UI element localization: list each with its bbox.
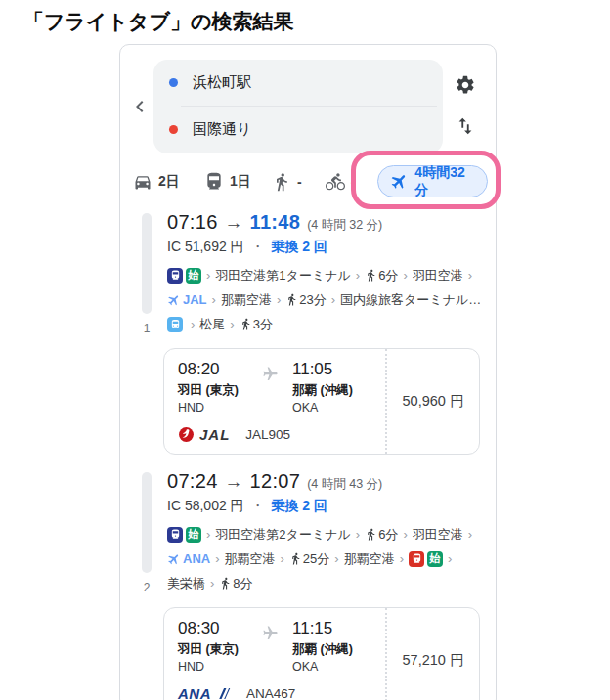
car-icon bbox=[133, 172, 152, 192]
segment-separator-icon: › bbox=[206, 268, 210, 283]
mode-tab-drive[interactable]: 2日 bbox=[133, 172, 204, 192]
segment-separator-icon: › bbox=[468, 268, 472, 283]
segment-separator-icon: › bbox=[468, 527, 472, 542]
walk-segment: 8分 bbox=[219, 575, 252, 592]
flight-icon bbox=[390, 172, 409, 191]
fare-separator: ・ bbox=[251, 498, 265, 513]
airline-name: JAL bbox=[199, 426, 230, 443]
destination-dot-icon bbox=[169, 125, 178, 134]
segment-separator-icon: › bbox=[281, 551, 284, 566]
segment-separator-icon: › bbox=[212, 292, 216, 307]
flight-offer-card[interactable]: 08:30 羽田 (東京) HND 11:15 那覇 (沖縄) OKA ANA … bbox=[163, 607, 480, 700]
route-fare-line: IC 51,692 円 ・ 乗換 2 回 bbox=[167, 239, 480, 256]
route-rail: 1 bbox=[135, 209, 158, 336]
walk-segment: 6分 bbox=[365, 526, 398, 544]
route-result[interactable]: 1 07:16 → 11:48 (4 時間 32 分) IC 51,692 円 … bbox=[135, 209, 480, 455]
route-segment-line: 始›羽田空港第1ターミナル›6分›羽田空港› bbox=[167, 263, 480, 287]
route-arrive-time: 11:48 bbox=[250, 211, 301, 234]
mode-tab-label: 2日 bbox=[158, 173, 180, 191]
route-times: 07:16 → 11:48 (4 時間 32 分) bbox=[167, 209, 480, 234]
route-transfers: 乗換 2 回 bbox=[271, 498, 327, 513]
segment-separator-icon: › bbox=[400, 551, 404, 566]
mode-tab-bike[interactable]: - bbox=[326, 172, 378, 192]
bus-icon bbox=[167, 317, 183, 332]
segment-stop-name: 美栄橋 bbox=[167, 575, 205, 592]
flight-offer-card[interactable]: 08:20 羽田 (東京) HND 11:05 那覇 (沖縄) OKA JAL … bbox=[163, 348, 480, 455]
route-result[interactable]: 2 07:24 → 12:07 (4 時間 43 分) IC 58,002 円 … bbox=[135, 468, 480, 700]
mode-tab-transit[interactable]: 1日 bbox=[204, 172, 272, 192]
departure-info: 08:20 羽田 (東京) HND bbox=[178, 360, 262, 415]
arrow-right-icon: → bbox=[225, 471, 243, 493]
arrival-info: 11:05 那覇 (沖縄) OKA bbox=[292, 360, 353, 415]
walk-icon bbox=[240, 318, 253, 330]
walk-icon bbox=[285, 293, 299, 306]
arrival-time: 11:05 bbox=[292, 360, 353, 379]
walk-icon bbox=[365, 528, 378, 541]
monorail-navy-icon bbox=[167, 527, 183, 543]
origin-dot-icon bbox=[169, 78, 178, 87]
walk-icon bbox=[272, 172, 291, 192]
bike-icon bbox=[326, 172, 345, 192]
departure-time: 08:20 bbox=[178, 360, 262, 379]
route-fare: IC 51,692 円 bbox=[167, 239, 244, 254]
segment-separator-icon: › bbox=[277, 292, 281, 307]
flight-number: ANA467 bbox=[246, 686, 295, 700]
arrival-airport-code: OKA bbox=[292, 660, 353, 674]
fare-separator: ・ bbox=[251, 239, 265, 254]
departure-airport-code: HND bbox=[178, 401, 262, 415]
line-start-badge: 始 bbox=[427, 551, 443, 567]
route-depart-time: 07:24 bbox=[167, 470, 218, 493]
segment-separator-icon: › bbox=[334, 551, 338, 566]
line-start-badge: 始 bbox=[186, 268, 201, 284]
departure-airport-code: HND bbox=[178, 660, 262, 674]
route-timeline-bar bbox=[142, 472, 152, 573]
route-results-list: 1 07:16 → 11:48 (4 時間 32 分) IC 51,692 円 … bbox=[120, 207, 496, 700]
flight-price: 57,210 円 bbox=[385, 608, 479, 700]
airline-name: ANA bbox=[178, 685, 211, 700]
route-duration: (4 時間 32 分) bbox=[307, 217, 382, 234]
route-fare: IC 58,002 円 bbox=[167, 498, 244, 513]
swap-endpoints-icon[interactable] bbox=[455, 115, 476, 137]
segment-separator-icon: › bbox=[215, 551, 219, 566]
segment-separator-icon: › bbox=[403, 268, 407, 283]
route-segment-line: 美栄橋›8分 bbox=[167, 571, 480, 595]
segment-separator-icon: › bbox=[206, 527, 210, 542]
walk-icon bbox=[365, 269, 378, 282]
flight-icon bbox=[167, 552, 183, 566]
arrival-airport-code: OKA bbox=[292, 401, 353, 415]
segment-stop-name: 羽田空港第1ターミナル bbox=[215, 267, 350, 284]
walk-icon bbox=[289, 552, 303, 565]
departure-city: 羽田 (東京) bbox=[178, 382, 262, 399]
route-rail: 2 bbox=[135, 468, 158, 595]
mode-tab-flight[interactable]: 4時間32分 bbox=[377, 165, 488, 197]
route-arrive-time: 12:07 bbox=[250, 470, 301, 493]
departure-time: 08:30 bbox=[178, 619, 262, 638]
segment-separator-icon: › bbox=[331, 292, 335, 307]
jal-logo-icon bbox=[178, 426, 195, 443]
walk-segment: 25分 bbox=[289, 550, 329, 568]
origin-input[interactable]: 浜松町駅 bbox=[153, 60, 443, 106]
arrival-info: 11:15 那覇 (沖縄) OKA bbox=[292, 619, 353, 674]
segment-separator-icon: › bbox=[403, 527, 407, 542]
header-actions bbox=[443, 60, 488, 153]
settings-gear-icon[interactable] bbox=[455, 74, 476, 96]
walk-segment: 3分 bbox=[240, 316, 273, 333]
line-start-badge: 始 bbox=[186, 527, 201, 543]
mode-tab-walk[interactable]: - bbox=[272, 172, 326, 192]
segment-stop-name: 松尾 bbox=[199, 316, 225, 333]
segment-stop-name: 国内線旅客ターミナル… bbox=[340, 291, 480, 309]
segment-stop-name: 那覇空港 bbox=[344, 550, 395, 568]
route-fare-line: IC 58,002 円 ・ 乗換 2 回 bbox=[167, 498, 480, 515]
segment-separator-icon: › bbox=[356, 268, 360, 283]
flight-segment: JAL bbox=[167, 292, 207, 307]
arrival-time: 11:15 bbox=[292, 619, 353, 638]
arrival-city: 那覇 (沖縄) bbox=[292, 382, 353, 399]
segment-stop-name: 那覇空港 bbox=[225, 550, 276, 568]
segment-separator-icon: › bbox=[191, 317, 195, 331]
route-segment-line: ANA›那覇空港›25分›那覇空港›始› bbox=[167, 547, 480, 571]
flight-segment: ANA bbox=[167, 551, 210, 566]
destination-input[interactable]: 国際通り bbox=[153, 107, 443, 153]
route-duration: (4 時間 43 分) bbox=[307, 476, 382, 493]
route-times: 07:24 → 12:07 (4 時間 43 分) bbox=[167, 468, 480, 493]
back-button[interactable] bbox=[126, 60, 153, 153]
